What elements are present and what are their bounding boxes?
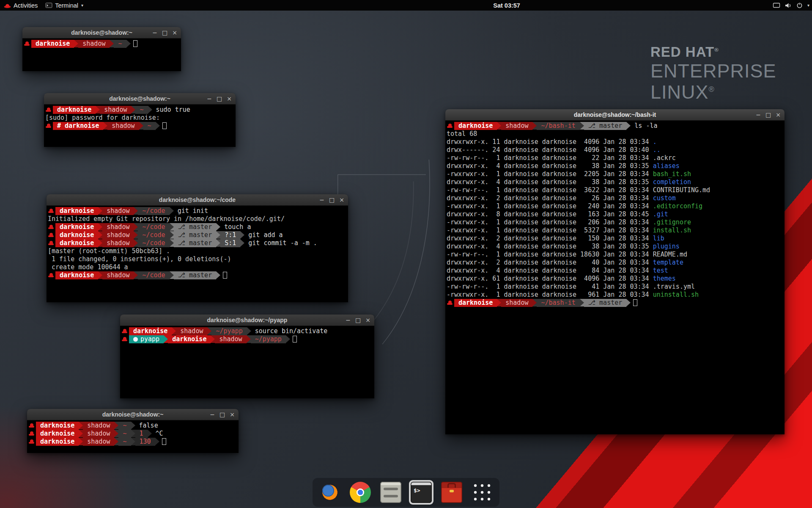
output-line: -rw-rw-r--. 1 darknoise darknoise 41 Jan… xyxy=(447,283,785,291)
minimize-button[interactable]: − xyxy=(152,27,157,39)
prompt-segment-gitst: ?:1 xyxy=(220,231,240,239)
output-text: plugins xyxy=(653,243,680,250)
output-text: [master (root-commit) 50bcb63] . xyxy=(48,247,170,255)
app-menu[interactable]: Terminal ▾ xyxy=(41,0,87,11)
powerline-arrow-icon xyxy=(98,231,102,239)
maximize-button[interactable]: □ xyxy=(162,27,167,39)
powerline-arrow-icon xyxy=(170,207,174,215)
output-text: uninstall.sh xyxy=(653,291,699,298)
activities-button[interactable]: Activities xyxy=(0,0,41,11)
prompt-segment-host: shadow xyxy=(78,40,110,48)
window-title: darknoise@shadow:~/bash-it xyxy=(574,111,656,118)
window-controls: −□× xyxy=(207,93,232,105)
window-title: darknoise@shadow:~ xyxy=(109,95,170,102)
close-button[interactable]: × xyxy=(230,409,235,420)
prompt-segment-path: ~ xyxy=(118,422,131,430)
minimize-button[interactable]: − xyxy=(319,194,324,206)
prompt-line: darknoiseshadow~/code⎇ master?:1 git add… xyxy=(48,231,348,239)
terminal-cursor xyxy=(293,336,297,342)
prompt-segment-user: # darknoise xyxy=(53,122,103,130)
brand-linux: LINUX® xyxy=(650,83,776,102)
prompt-segment-err: 130 xyxy=(135,438,155,446)
window-titlebar[interactable]: darknoise@shadow:~−□× xyxy=(22,27,181,39)
command-text: git commit -a -m . xyxy=(244,239,317,247)
terminal-content[interactable]: darknoiseshadow~ xyxy=(22,39,181,71)
minimize-button[interactable]: − xyxy=(207,93,212,105)
terminal-content[interactable]: darknoiseshadow~/bash-it⎇ master ls -lat… xyxy=(445,121,785,434)
output-text: lib xyxy=(653,235,664,242)
redhat-prompt-icon xyxy=(28,422,35,430)
output-text: drwxrwxr-x. 11 darknoise darknoise 4096 … xyxy=(447,138,653,146)
powerline-arrow-icon xyxy=(532,299,537,306)
redhat-prompt-icon xyxy=(48,223,54,231)
toolbox-icon xyxy=(441,482,462,503)
terminal-icon: $> xyxy=(411,482,432,503)
redhat-prompt-icon xyxy=(28,438,35,446)
maximize-button[interactable]: □ xyxy=(217,93,222,105)
dock-firefox[interactable] xyxy=(318,480,342,505)
prompt-segment-user: darknoise xyxy=(129,327,172,335)
window-controls: −□× xyxy=(152,27,177,39)
powerline-arrow-icon xyxy=(240,239,244,247)
output-text: drwxrwxr-x. 4 darknoise darknoise 84 Jan… xyxy=(447,267,653,274)
window-titlebar[interactable]: darknoise@shadow:~/code−□× xyxy=(47,194,348,206)
output-text: README.md xyxy=(653,251,687,258)
prompt-segment-path: ~/code xyxy=(138,271,169,279)
close-button[interactable]: × xyxy=(365,315,370,326)
close-button[interactable]: × xyxy=(776,109,781,121)
close-button[interactable]: × xyxy=(172,27,177,39)
minimize-button[interactable]: − xyxy=(756,109,761,121)
prompt-segment-path: ~/bash-it xyxy=(537,122,579,130)
prompt-line: darknoiseshadow~1 ^C xyxy=(28,430,239,438)
terminal-content[interactable]: darknoiseshadow~ sudo true[sudo] passwor… xyxy=(44,105,236,147)
maximize-button[interactable]: □ xyxy=(355,315,361,326)
maximize-button[interactable]: □ xyxy=(329,194,335,206)
powerline-arrow-icon xyxy=(79,422,83,429)
terminal-window: darknoise@shadow:~/bash-it−□×darknoisesh… xyxy=(445,109,785,434)
dock-terminal[interactable]: $> xyxy=(409,480,433,505)
dock-chrome[interactable] xyxy=(348,480,373,505)
clock[interactable]: Sat 03:57 xyxy=(493,2,520,9)
close-button[interactable]: × xyxy=(227,93,232,105)
prompt-segment-path: ~/bash-it xyxy=(537,299,579,307)
minimize-button[interactable]: − xyxy=(346,315,351,326)
window-titlebar[interactable]: darknoise@shadow:~−□× xyxy=(44,93,236,105)
dock-toolbox[interactable] xyxy=(439,480,464,505)
window-titlebar[interactable]: darknoise@shadow:~−□× xyxy=(27,409,239,420)
output-text: drwxrwxr-x. 4 darknoise darknoise 38 Jan… xyxy=(447,178,653,186)
minimize-button[interactable]: − xyxy=(210,409,215,420)
output-text: drwxrwxr-x. 2 darknoise darknoise 40 Jan… xyxy=(447,259,653,266)
close-button[interactable]: × xyxy=(339,194,344,206)
terminal-content[interactable]: darknoiseshadow~ falsedarknoiseshadow~1 … xyxy=(27,420,239,453)
powerline-arrow-icon xyxy=(79,438,83,445)
window-title: darknoise@shadow:~ xyxy=(71,29,132,36)
maximize-button[interactable]: □ xyxy=(219,409,225,420)
powerline-arrow-icon xyxy=(532,122,537,130)
maximize-button[interactable]: □ xyxy=(765,109,771,121)
system-menu[interactable]: ▾ xyxy=(773,0,809,11)
window-titlebar[interactable]: darknoise@shadow:~/pyapp−□× xyxy=(120,315,374,326)
dock-appgrid[interactable] xyxy=(470,480,494,505)
powerline-arrow-icon xyxy=(207,327,211,335)
output-line: create mode 100644 a xyxy=(48,263,348,271)
brand-enterprise: ENTERPRISE xyxy=(650,61,776,81)
command-text: ^C xyxy=(152,430,163,437)
powerline-arrow-icon xyxy=(155,438,159,445)
caret-down-icon: ▾ xyxy=(807,3,809,8)
prompt-segment-user: darknoise xyxy=(55,239,98,247)
output-text: drwxrwxr-x. 4 darknoise darknoise 38 Jan… xyxy=(447,243,653,250)
powerline-arrow-icon xyxy=(156,122,160,130)
prompt-segment-path: ~ xyxy=(114,40,126,48)
window-titlebar[interactable]: darknoise@shadow:~/bash-it−□× xyxy=(445,109,785,121)
terminal-content[interactable]: darknoiseshadow~/pyapp source bin/activa… xyxy=(120,326,374,398)
output-text: drwxrwxr-x. 2 darknoise darknoise 26 Jan… xyxy=(447,194,653,202)
terminal-content[interactable]: darknoiseshadow~/code git initInitialize… xyxy=(47,206,348,302)
powerline-arrow-icon xyxy=(216,223,220,231)
dock-files[interactable] xyxy=(379,480,403,505)
output-line: drwx------. 24 darknoise darknoise 4096 … xyxy=(447,146,785,154)
powerline-arrow-icon xyxy=(247,335,251,343)
prompt-segment-host: shadow xyxy=(102,207,134,215)
terminal-glyph: $> xyxy=(414,487,420,494)
caret-down-icon: ▾ xyxy=(81,3,83,8)
prompt-segment-git: ⎇ master xyxy=(584,299,627,307)
